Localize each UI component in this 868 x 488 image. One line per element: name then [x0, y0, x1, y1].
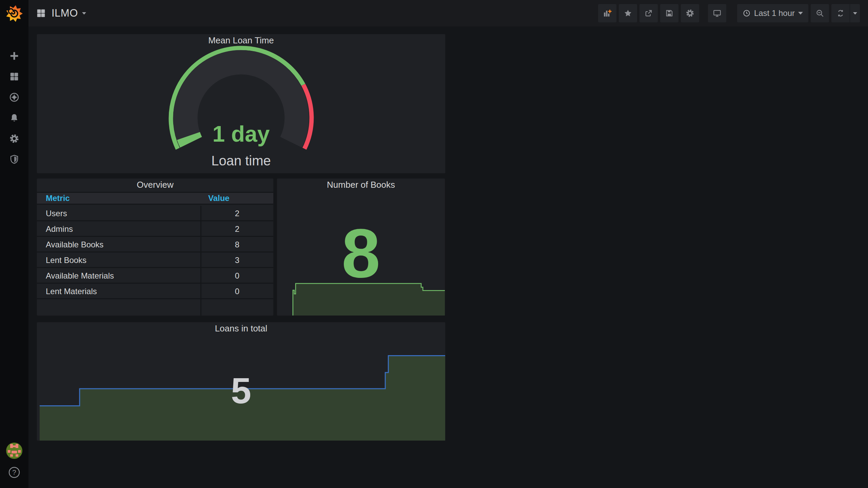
table-row: Lent Materials 0 — [37, 284, 273, 299]
question-mark-icon: ? — [8, 466, 20, 479]
main-area: ILMO — [28, 0, 868, 488]
explore-button[interactable] — [9, 92, 20, 103]
grafana-logo[interactable] — [5, 5, 23, 22]
add-panel-button[interactable] — [598, 4, 616, 22]
search-minus-icon — [815, 9, 824, 18]
alerting-button[interactable] — [9, 113, 20, 123]
refresh-interval-dropdown[interactable] — [850, 4, 860, 22]
navbar: ILMO — [28, 0, 868, 26]
panel-title[interactable]: Overview — [37, 179, 273, 191]
value-cell: 0 — [200, 268, 273, 284]
column-header-metric[interactable]: Metric — [46, 193, 70, 204]
gauge-value: 1 day — [37, 120, 445, 148]
refresh-button[interactable] — [831, 4, 850, 22]
dashboards-icon — [9, 72, 19, 82]
table-row: Admins 2 — [37, 221, 273, 237]
metric-cell: Lent Books — [46, 252, 86, 268]
share-button[interactable] — [639, 4, 658, 22]
stat-value: 5 — [37, 365, 445, 416]
sidebar-bottom: ? — [6, 443, 22, 488]
create-button[interactable] — [9, 50, 20, 61]
value-cell: 8 — [200, 237, 273, 252]
metric-cell: Available Materials — [46, 268, 114, 284]
settings-button[interactable] — [681, 4, 699, 22]
time-range-picker[interactable]: Last 1 hour — [737, 4, 808, 22]
share-icon — [644, 9, 653, 18]
server-admin-button[interactable] — [9, 154, 20, 165]
dashboard-canvas: Mean Loan Time 1 day Loan time Overview … — [28, 26, 868, 488]
table-row: Lent Books 3 — [37, 252, 273, 268]
panel-title[interactable]: Number of Books — [277, 179, 445, 191]
help-button[interactable]: ? — [8, 466, 20, 479]
dashboards-button[interactable] — [9, 71, 20, 82]
dashboard-title: ILMO — [52, 7, 78, 19]
monitor-icon — [713, 9, 722, 18]
star-icon — [624, 9, 632, 18]
table-header: Metric Value — [37, 192, 273, 205]
navbar-left: ILMO — [36, 7, 86, 19]
refresh-button-group — [831, 4, 860, 22]
gear-icon — [686, 9, 694, 18]
column-divider — [200, 206, 201, 316]
caret-down-icon — [798, 12, 803, 15]
metric-cell: Users — [46, 206, 67, 221]
stat-value: 8 — [277, 212, 445, 294]
refresh-icon — [836, 9, 845, 17]
panel-title[interactable]: Loans in total — [37, 322, 445, 334]
table-row: Available Books 8 — [37, 237, 273, 252]
dashboard-grid-icon — [36, 8, 46, 18]
caret-down-icon — [82, 12, 86, 15]
shield-icon — [9, 154, 19, 164]
svg-text:?: ? — [12, 469, 16, 476]
user-avatar[interactable] — [6, 443, 22, 459]
avatar-image — [6, 443, 22, 459]
dashboard-title-dropdown[interactable]: ILMO — [52, 7, 86, 19]
bar-chart-plus-icon — [603, 9, 612, 18]
value-cell: 2 — [200, 221, 273, 237]
gauge-label: Loan time — [37, 150, 445, 171]
table-body: Users 2 Admins 2 Available Books 8 Lent … — [37, 206, 273, 316]
caret-down-icon — [853, 12, 857, 15]
plus-icon — [9, 51, 19, 61]
table-row: Users 2 — [37, 206, 273, 221]
time-range-label: Last 1 hour — [754, 8, 795, 18]
save-button[interactable] — [660, 4, 678, 22]
save-icon — [665, 9, 674, 18]
value-cell: 3 — [200, 252, 273, 268]
cycle-view-mode-button[interactable] — [708, 4, 726, 22]
metric-cell: Admins — [46, 221, 73, 237]
configuration-button[interactable] — [9, 133, 20, 144]
metric-cell: Lent Materials — [46, 284, 97, 299]
gear-icon — [9, 134, 19, 144]
panel-mean-loan-time: Mean Loan Time 1 day Loan time — [37, 34, 446, 174]
favorite-button[interactable] — [619, 4, 637, 22]
metric-cell: Available Books — [46, 237, 103, 252]
sidebar: ? — [0, 0, 28, 488]
panel-loans-in-total: Loans in total 5 — [37, 322, 446, 441]
panel-overview: Overview Metric Value Users 2 Admins 2 A… — [37, 178, 274, 316]
zoom-out-button[interactable] — [811, 4, 829, 22]
table-row: Available Materials 0 — [37, 268, 273, 284]
panel-number-of-books: Number of Books 8 — [277, 178, 445, 316]
value-cell: 0 — [200, 284, 273, 299]
value-cell: 2 — [200, 206, 273, 221]
compass-icon — [9, 92, 19, 102]
bell-icon — [9, 113, 19, 123]
clock-icon — [743, 9, 751, 17]
navbar-toolbar: Last 1 hour — [598, 4, 860, 22]
column-header-value[interactable]: Value — [208, 193, 230, 204]
panel-title[interactable]: Mean Loan Time — [37, 34, 445, 46]
sidebar-menu — [9, 50, 20, 165]
